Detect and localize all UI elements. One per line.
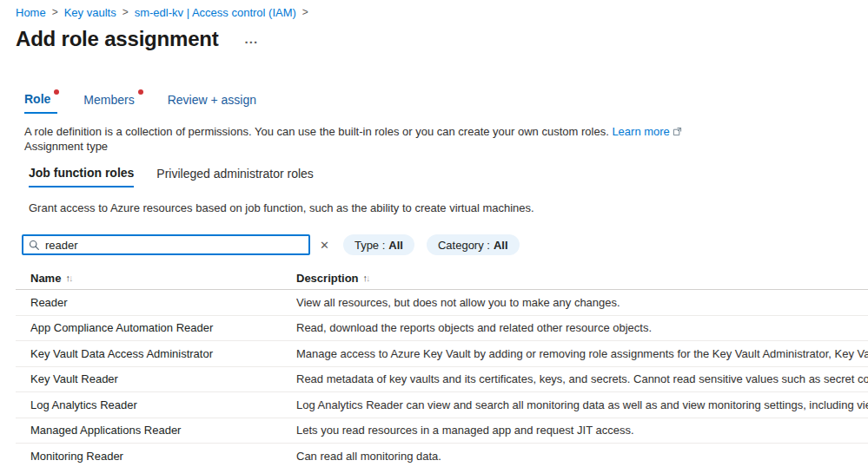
- role-name[interactable]: App Compliance Automation Reader: [30, 321, 296, 334]
- role-definition-intro: A role definition is a collection of per…: [24, 125, 868, 139]
- category-filter-label: Category :: [438, 239, 490, 252]
- tab-role-label: Role: [24, 92, 50, 106]
- type-filter-value: All: [388, 239, 403, 252]
- role-type-tabs: Job function roles Privileged administra…: [29, 166, 868, 187]
- table-row-app-compliance-automation-reader[interactable]: App Compliance Automation Reader Read, d…: [16, 316, 868, 342]
- role-name[interactable]: Managed Applications Reader: [30, 424, 296, 437]
- column-header-description[interactable]: Description ↑↓: [296, 272, 868, 285]
- clear-search-button[interactable]: ✕: [318, 238, 331, 253]
- table-row-key-vault-data-access-administrator[interactable]: Key Vault Data Access Administrator Mana…: [16, 341, 868, 367]
- role-name[interactable]: Key Vault Data Access Administrator: [30, 347, 296, 360]
- breadcrumb: Home > Key vaults > sm-edl-kv | Access c…: [16, 4, 868, 20]
- column-header-name[interactable]: Name ↑↓: [30, 272, 296, 285]
- external-link-icon: [673, 126, 682, 139]
- role-name[interactable]: Reader: [30, 296, 296, 309]
- role-description: Manage access to Azure Key Vault by addi…: [296, 347, 868, 360]
- title-row: Add role assignment ...: [16, 24, 868, 54]
- breadcrumb-home[interactable]: Home: [16, 6, 46, 19]
- table-row-monitoring-reader[interactable]: Monitoring Reader Can read all monitorin…: [16, 444, 868, 467]
- tab-review-assign-label: Review + assign: [168, 93, 256, 107]
- tab-members-label: Members: [83, 93, 134, 107]
- role-description: Lets you read resources in a managed app…: [296, 424, 868, 437]
- role-description: Read metadata of key vaults and its cert…: [296, 372, 868, 385]
- wizard-tabs: Role Members Review + assign: [24, 92, 868, 114]
- column-header-description-label: Description: [296, 272, 359, 285]
- category-filter-value: All: [494, 239, 508, 252]
- page-title: Add role assignment: [16, 27, 219, 51]
- tab-members[interactable]: Members: [83, 92, 141, 114]
- search-icon: [29, 240, 40, 251]
- table-row-reader[interactable]: Reader View all resources, but does not …: [16, 290, 868, 316]
- breadcrumb-key-vaults[interactable]: Key vaults: [64, 6, 116, 19]
- role-search-box[interactable]: [22, 234, 310, 255]
- assignment-type-label: Assignment type: [24, 140, 868, 153]
- role-search-input[interactable]: [45, 239, 303, 252]
- column-header-name-label: Name: [30, 272, 61, 285]
- table-row-log-analytics-reader[interactable]: Log Analytics Reader Log Analytics Reade…: [16, 392, 868, 418]
- tab-privileged-administrator-roles[interactable]: Privileged administrator roles: [156, 166, 314, 187]
- role-name[interactable]: Key Vault Reader: [30, 372, 296, 385]
- breadcrumb-vault-iam[interactable]: sm-edl-kv | Access control (IAM): [135, 6, 296, 19]
- tab-review-assign[interactable]: Review + assign: [168, 92, 263, 114]
- category-filter-pill[interactable]: Category : All: [427, 234, 520, 255]
- role-description: Log Analytics Reader can view and search…: [296, 398, 868, 411]
- role-definition-intro-text: A role definition is a collection of per…: [24, 125, 609, 138]
- role-description: Can read all monitoring data.: [296, 450, 868, 463]
- search-filter-row: ✕ Type : All Category : All: [22, 234, 868, 255]
- grant-access-description: Grant access to Azure resources based on…: [29, 201, 868, 214]
- tab-job-function-roles[interactable]: Job function roles: [29, 166, 134, 187]
- learn-more-link[interactable]: Learn more: [612, 125, 669, 138]
- breadcrumb-separator: >: [302, 6, 308, 18]
- type-filter-label: Type :: [354, 239, 385, 252]
- add-role-assignment-page: Home > Key vaults > sm-edl-kv | Access c…: [0, 0, 868, 467]
- role-name[interactable]: Log Analytics Reader: [30, 398, 296, 411]
- breadcrumb-separator: >: [123, 6, 129, 18]
- more-options-button[interactable]: ...: [243, 31, 261, 47]
- unsaved-indicator-dot: [138, 89, 143, 95]
- unsaved-indicator-dot: [54, 89, 59, 95]
- type-filter-pill[interactable]: Type : All: [343, 234, 414, 255]
- tab-role[interactable]: Role: [24, 92, 57, 114]
- role-name[interactable]: Monitoring Reader: [30, 450, 296, 463]
- sort-arrows-icon: ↑↓: [65, 273, 71, 283]
- role-description: Read, download the reports objects and r…: [296, 321, 868, 334]
- roles-table: Name ↑↓ Description ↑↓ Reader View all r…: [16, 266, 868, 467]
- role-description: View all resources, but does not allow y…: [296, 296, 868, 309]
- roles-table-header: Name ↑↓ Description ↑↓: [16, 266, 868, 290]
- table-row-managed-applications-reader[interactable]: Managed Applications Reader Lets you rea…: [16, 418, 868, 444]
- sort-arrows-icon: ↑↓: [363, 273, 369, 283]
- breadcrumb-separator: >: [52, 6, 58, 18]
- table-row-key-vault-reader[interactable]: Key Vault Reader Read metadata of key va…: [16, 367, 868, 393]
